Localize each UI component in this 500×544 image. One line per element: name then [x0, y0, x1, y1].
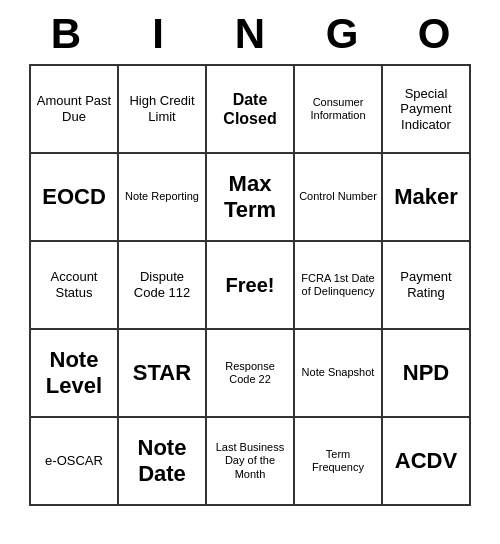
bingo-cell: NPD: [383, 330, 471, 418]
bingo-cell: Date Closed: [207, 66, 295, 154]
bingo-cell: EOCD: [31, 154, 119, 242]
bingo-cell: Term Frequency: [295, 418, 383, 506]
bingo-cell: STAR: [119, 330, 207, 418]
bingo-grid: Amount Past DueHigh Credit LimitDate Clo…: [29, 64, 471, 506]
bingo-cell: Payment Rating: [383, 242, 471, 330]
letter-i: I: [114, 10, 202, 58]
bingo-cell: High Credit Limit: [119, 66, 207, 154]
bingo-cell: Note Level: [31, 330, 119, 418]
bingo-cell: Note Snapshot: [295, 330, 383, 418]
bingo-cell: ACDV: [383, 418, 471, 506]
letter-n: N: [206, 10, 294, 58]
letter-o: O: [390, 10, 478, 58]
bingo-cell: Free!: [207, 242, 295, 330]
letter-b: B: [22, 10, 110, 58]
bingo-title: B I N G O: [20, 10, 480, 58]
bingo-cell: Maker: [383, 154, 471, 242]
bingo-cell: Consumer Information: [295, 66, 383, 154]
bingo-cell: Special Payment Indicator: [383, 66, 471, 154]
bingo-cell: Note Date: [119, 418, 207, 506]
bingo-cell: Dispute Code 112: [119, 242, 207, 330]
bingo-cell: Response Code 22: [207, 330, 295, 418]
letter-g: G: [298, 10, 386, 58]
bingo-cell: Note Reporting: [119, 154, 207, 242]
bingo-cell: Control Number: [295, 154, 383, 242]
bingo-cell: Max Term: [207, 154, 295, 242]
bingo-cell: Account Status: [31, 242, 119, 330]
bingo-cell: Amount Past Due: [31, 66, 119, 154]
bingo-cell: Last Business Day of the Month: [207, 418, 295, 506]
bingo-cell: FCRA 1st Date of Delinquency: [295, 242, 383, 330]
bingo-cell: e-OSCAR: [31, 418, 119, 506]
